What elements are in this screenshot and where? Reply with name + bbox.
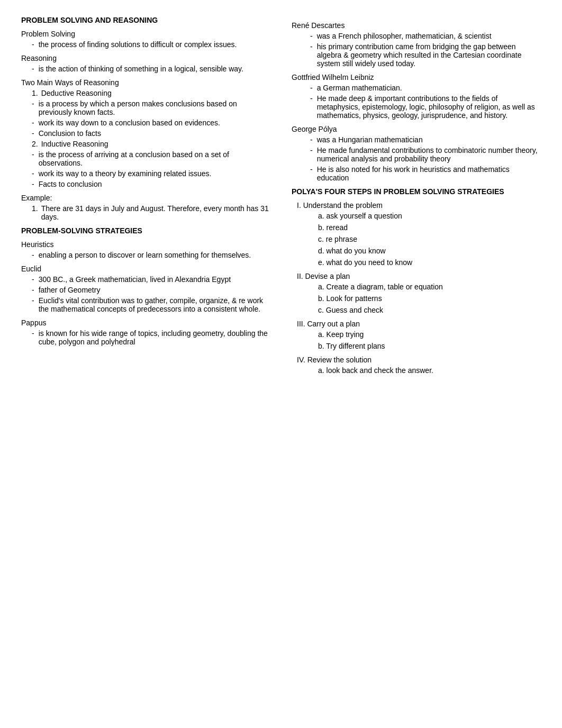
list-item: - He made fundamental contributions to c… [292, 146, 541, 163]
bullet-text: is a process by which a person makes con… [39, 99, 270, 116]
bullet-text: Conclusion to facts [39, 129, 270, 138]
two-ways-heading: Two Main Ways of Reasoning [21, 78, 270, 87]
dash-icon: - [32, 296, 34, 313]
alpha-item: a. ask yourself a question [292, 212, 541, 220]
bullet-text: work its way down to a conclusion based … [39, 119, 270, 127]
bullet-text: is the action of thinking of something i… [39, 65, 270, 73]
list-item: - was a French philosopher, mathematicia… [292, 32, 541, 40]
dash-icon: - [310, 42, 313, 68]
list-item: - Euclid's vital contribution was to gat… [21, 296, 270, 313]
bullet-text: is the process of arriving at a conclusi… [39, 150, 270, 167]
list-item: - is the action of thinking of something… [21, 65, 270, 73]
dash-icon: - [32, 119, 34, 127]
list-item: - He made deep & important contributions… [292, 94, 541, 120]
list-item: - work its way to a theory by examining … [21, 169, 270, 178]
alpha-item: a. look back and check the answer. [292, 366, 541, 375]
bullet-text: the process of finding solutions to diff… [39, 40, 270, 49]
list-item: - He is also noted for his work in heuri… [292, 165, 541, 182]
numbered-item: 1. Deductive Reasoning [21, 89, 270, 97]
pappus-heading: Pappus [21, 319, 270, 327]
roman-item: II. Devise a plana. Create a diagram, ta… [292, 272, 541, 314]
roman-label: IV. Review the solution [292, 356, 541, 364]
dash-icon: - [32, 275, 34, 284]
dash-icon: - [310, 135, 313, 144]
bullet-text: was a French philosopher, mathematician,… [317, 32, 541, 40]
leibniz-heading: Gottfried Wilhelm Leibniz [292, 73, 541, 81]
bullet-text: his primary contribution came from bridg… [317, 42, 541, 68]
bullet-text: is known for his wide range of topics, i… [39, 329, 270, 346]
bullet-text: He made fundamental contributions to com… [317, 146, 541, 163]
inductive-label: Inductive Reasoning [41, 140, 108, 148]
alpha-item: c. Guess and check [292, 306, 541, 314]
roman-label: I. Understand the problem [292, 201, 541, 210]
roman-item: IV. Review the solutiona. look back and … [292, 356, 541, 375]
numbered-item: 1. There are 31 days in July and August.… [21, 204, 270, 221]
alpha-item: e. what do you need to know [292, 258, 541, 267]
dash-icon: - [32, 150, 34, 167]
dash-icon: - [32, 99, 34, 116]
dash-icon: - [310, 94, 313, 120]
list-item: - Facts to conclusion [21, 180, 270, 188]
dash-icon: - [32, 65, 34, 73]
rene-heading: René Descartes [292, 21, 541, 30]
example-text: There are 31 days in July and August. Th… [41, 204, 270, 221]
left-column: PROBLEM SOLVING AND REASONING Problem So… [21, 16, 281, 380]
dash-icon: - [32, 129, 34, 138]
alpha-item: a. Keep trying [292, 330, 541, 339]
list-item: - Conclusion to facts [21, 129, 270, 138]
bullet-text: He made deep & important contributions t… [317, 94, 541, 120]
dash-icon: - [32, 40, 34, 49]
bullet-text: a German mathematician. [317, 84, 541, 92]
alpha-item: a. Create a diagram, table or equation [292, 283, 541, 291]
problem-solving-heading: Problem Solving [21, 30, 270, 38]
numbered-item: 2. Inductive Reasoning [21, 140, 270, 148]
bullet-text: was a Hungarian mathematician [317, 135, 541, 144]
dash-icon: - [310, 84, 313, 92]
alpha-item: b. Try different plans [292, 342, 541, 350]
dash-icon: - [32, 251, 34, 259]
list-item: - enabling a person to discover or learn… [21, 251, 270, 259]
list-item: - is the process of arriving at a conclu… [21, 150, 270, 167]
dash-icon: - [310, 165, 313, 182]
dash-icon: - [32, 286, 34, 294]
list-item: - his primary contribution came from bri… [292, 42, 541, 68]
list-item: - the process of finding solutions to di… [21, 40, 270, 49]
list-item: - was a Hungarian mathematician [292, 135, 541, 144]
alpha-item: c. re phrase [292, 235, 541, 243]
list-item: - 300 BC., a Greek mathematician, lived … [21, 275, 270, 284]
bullet-text: Facts to conclusion [39, 180, 270, 188]
list-item: - father of Geometry [21, 286, 270, 294]
alpha-item: d. what do you know [292, 247, 541, 255]
dash-icon: - [310, 32, 313, 40]
reasoning-heading: Reasoning [21, 54, 270, 62]
bullet-text: Euclid's vital contribution was to gathe… [39, 296, 270, 313]
heuristics-heading: Heuristics [21, 240, 270, 249]
bullet-text: 300 BC., a Greek mathematician, lived in… [39, 275, 270, 284]
example-heading: Example: [21, 194, 270, 202]
roman-label: II. Devise a plan [292, 272, 541, 280]
bullet-text: work its way to a theory by examining re… [39, 169, 270, 178]
list-item: - a German mathematician. [292, 84, 541, 92]
alpha-item: b. reread [292, 223, 541, 232]
number-label: 1. [32, 89, 38, 97]
dash-icon: - [32, 180, 34, 188]
right-column: René Descartes - was a French philosophe… [281, 16, 541, 380]
euclid-heading: Euclid [21, 265, 270, 273]
roman-label: III. Carry out a plan [292, 320, 541, 328]
list-item: - work its way down to a conclusion base… [21, 119, 270, 127]
bullet-text: enabling a person to discover or learn s… [39, 251, 270, 259]
list-item: - is a process by which a person makes c… [21, 99, 270, 116]
dash-icon: - [310, 146, 313, 163]
strategies-title: PROBLEM-SOLVING STRATEGIES [21, 226, 270, 235]
polya-steps: I. Understand the problema. ask yourself… [292, 201, 541, 375]
deductive-label: Deductive Reasoning [41, 89, 112, 97]
number-label: 1. [32, 204, 38, 221]
dash-icon: - [32, 329, 34, 346]
bullet-text: He is also noted for his work in heurist… [317, 165, 541, 182]
alpha-item: b. Look for patterns [292, 294, 541, 303]
main-title: PROBLEM SOLVING AND REASONING [21, 16, 270, 24]
list-item: - is known for his wide range of topics,… [21, 329, 270, 346]
number-label: 2. [32, 140, 38, 148]
bullet-text: father of Geometry [39, 286, 270, 294]
roman-item: I. Understand the problema. ask yourself… [292, 201, 541, 267]
